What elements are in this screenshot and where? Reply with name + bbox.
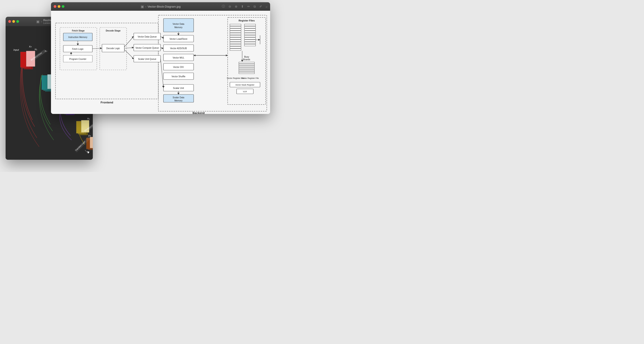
instruction-memory-label: Instruction Memory [68, 36, 87, 38]
vbd-title-center: ▣ › Vector-Block-Diagram.jpg [141, 4, 181, 9]
svg-rect-65 [230, 24, 241, 26]
vbd-sidebar-icon[interactable]: ▣ [141, 4, 144, 9]
svg-text:H₄: H₄ [87, 117, 90, 120]
svg-rect-93 [239, 72, 254, 74]
vlr-label: VLR [243, 90, 247, 93]
scalar-unit-queue-label: Scalar Unit Queue [138, 58, 156, 60]
fetch-stage-label: Fetch Stage [72, 29, 85, 32]
vector-mask-register-label: Vector Mask Register [235, 84, 254, 86]
svg-rect-71 [230, 37, 241, 39]
vector-load-store-label: Vector Load/Store [170, 38, 188, 40]
svg-rect-81 [244, 33, 256, 35]
maximize-button[interactable] [16, 20, 19, 23]
vector-shuffle-label: Vector Shuffle [172, 75, 186, 78]
svg-rect-82 [244, 35, 256, 37]
svg-rect-88 [239, 62, 254, 64]
scalar-unit-label: Scalar Unit [173, 87, 184, 89]
vbd-copy-icon[interactable]: ⧉ [254, 5, 256, 8]
vbd-title-bar-icons: ⓘ ⊖ ⊕ ⬆ ✏ ⧉ ✐ ⌕ [222, 4, 268, 8]
backend-label: Backend [192, 111, 204, 114]
diagram-area: Backend Frontend Register Files Fetch St… [51, 11, 270, 114]
block-diagram-svg: Backend Frontend Register Files Fetch St… [51, 11, 270, 114]
vector-add-sub-label: Vector ADD/SUB [170, 47, 187, 50]
svg-rect-84 [244, 40, 256, 41]
vbd-zoom-in-icon[interactable]: ⊕ [235, 5, 238, 8]
svg-rect-90 [239, 66, 254, 68]
svg-text:Memory: Memory [174, 26, 182, 28]
svg-rect-67 [230, 28, 241, 30]
scalar-data-memory-label: Scalar Data [173, 96, 184, 99]
svg-rect-85 [244, 42, 256, 44]
vbd-zoom-out-icon[interactable]: ⊖ [228, 5, 231, 8]
vbd-maximize-button[interactable] [62, 5, 64, 8]
vector-compute-queue-label: Vector Compute Queue [136, 47, 159, 49]
svg-rect-66 [230, 26, 241, 28]
vbd-window-title: Vector-Block-Diagram.jpg [148, 5, 180, 8]
vbd-search-icon[interactable]: ⌕ [266, 5, 268, 8]
svg-rect-76 [230, 49, 241, 50]
svg-rect-79 [244, 28, 256, 30]
vector-mul-label: Vector MUL [173, 56, 184, 59]
svg-rect-92 [239, 70, 254, 72]
svg-rect-69 [230, 33, 241, 35]
svg-rect-78 [244, 26, 256, 28]
vbd-traffic-lights[interactable] [54, 5, 64, 8]
svg-rect-91 [239, 68, 254, 70]
svg-rect-72 [230, 40, 241, 41]
vector-data-memory-label: Vector Data [173, 23, 184, 25]
svg-text:Input: Input [14, 48, 19, 51]
fetch-logic-label: Fetch Logic [72, 48, 84, 50]
svg-rect-73 [230, 42, 241, 44]
vbd-chevron-icon: › [145, 5, 146, 8]
decode-logic-label: Decode Logic [106, 47, 120, 50]
sidebar-icon[interactable]: ▣ [36, 19, 40, 24]
vector-data-queue-label: Vector Data Queue [138, 35, 156, 38]
chevron-icon: › [41, 20, 42, 23]
svg-rect-68 [230, 31, 241, 33]
register-files-label: Register Files [238, 19, 255, 22]
svg-text:H₁: H₁ [35, 48, 37, 51]
vbd-info-icon[interactable]: ⓘ [222, 4, 225, 8]
svg-text:x₀: x₀ [29, 45, 32, 48]
frontend-label: Frontend [100, 101, 113, 104]
svg-rect-42 [51, 11, 270, 114]
svg-text:Memory: Memory [174, 99, 182, 102]
svg-rect-55 [164, 18, 194, 32]
vbd-share-icon[interactable]: ⬆ [241, 5, 244, 8]
busy-boards-label: Busy [244, 56, 249, 58]
vbd-edit-icon[interactable]: ✏ [247, 5, 250, 8]
svg-rect-75 [230, 46, 241, 48]
vbd-window: ▣ › Vector-Block-Diagram.jpg ⓘ ⊖ ⊕ ⬆ ✏ ⧉… [51, 2, 270, 114]
scalar-register-file-label: Scalar Register File [241, 77, 259, 79]
minimize-button[interactable] [12, 20, 15, 23]
svg-rect-80 [244, 31, 256, 33]
vbd-close-button[interactable] [54, 5, 56, 8]
svg-rect-74 [230, 44, 241, 46]
svg-rect-86 [244, 44, 256, 46]
svg-rect-70 [230, 35, 241, 37]
svg-rect-89 [239, 64, 254, 66]
program-counter-label: Program Counter [69, 58, 86, 60]
svg-rect-83 [244, 37, 256, 39]
close-button[interactable] [8, 20, 11, 23]
traffic-lights[interactable] [8, 20, 19, 23]
svg-rect-77 [244, 24, 256, 26]
vector-div-label: Vector DIV [173, 66, 184, 68]
vbd-title-bar: ▣ › Vector-Block-Diagram.jpg ⓘ ⊖ ⊕ ⬆ ✏ ⧉… [51, 2, 270, 11]
vbd-content: Backend Frontend Register Files Fetch St… [51, 11, 270, 114]
vbd-markup-icon[interactable]: ✐ [260, 5, 262, 8]
decode-stage-label: Decode Stage [106, 29, 121, 32]
vbd-minimize-button[interactable] [58, 5, 60, 8]
svg-text:Boards: Boards [243, 58, 250, 61]
